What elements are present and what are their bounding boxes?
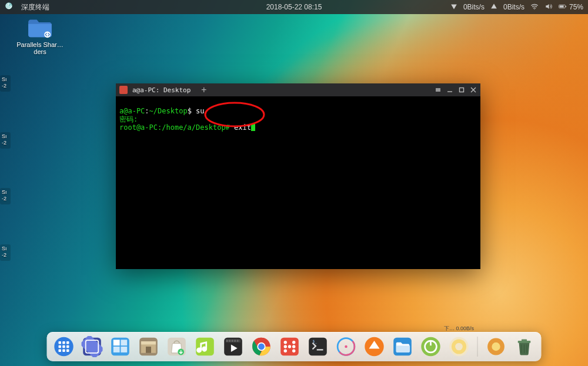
term-prompt-user: a@a-PC [119, 107, 145, 115]
svg-rect-22 [113, 347, 120, 352]
svg-point-57 [421, 337, 440, 356]
svg-rect-66 [522, 339, 527, 341]
svg-rect-13 [66, 345, 69, 348]
net-up-label: 0Bits/s [503, 3, 524, 11]
svg-rect-36 [234, 340, 236, 342]
dock-store[interactable] [138, 335, 160, 358]
edge-widget: Sı -2 [0, 132, 11, 149]
svg-rect-9 [62, 341, 65, 344]
svg-rect-11 [59, 345, 62, 348]
edge-widget: Sı -2 [0, 244, 11, 261]
svg-rect-37 [237, 340, 239, 342]
svg-rect-23 [121, 347, 127, 352]
svg-rect-59 [430, 340, 432, 345]
dock-dice[interactable] [279, 335, 301, 358]
svg-point-45 [284, 350, 287, 352]
dock: $_ 下… 0.00B/s [47, 332, 542, 361]
desktop-icon-label: Parallels Shar…ders [16, 41, 64, 55]
svg-rect-20 [113, 340, 120, 345]
svg-point-64 [492, 343, 500, 351]
dock-music[interactable] [194, 335, 216, 358]
dock-chrome[interactable] [250, 335, 273, 358]
svg-rect-35 [232, 340, 233, 342]
clock[interactable]: 2018-05-22 08:15 [266, 3, 322, 11]
net-up-indicator [490, 3, 497, 12]
term-password-prompt: 密码: [119, 115, 138, 123]
svg-rect-8 [59, 341, 62, 344]
maximize-button[interactable] [458, 86, 465, 93]
svg-rect-2 [566, 5, 566, 6]
svg-rect-33 [226, 340, 228, 342]
terminal-body[interactable]: a@a-PC:~/Desktop$ su 密码: root@a-PC:/home… [116, 96, 480, 269]
svg-point-54 [345, 345, 348, 348]
window-menu-button[interactable] [435, 86, 442, 93]
svg-point-44 [292, 341, 295, 344]
svg-rect-21 [121, 340, 127, 345]
svg-rect-34 [229, 340, 230, 342]
svg-rect-26 [141, 341, 156, 344]
svg-rect-5 [460, 88, 464, 92]
dock-terminal[interactable]: $_ [307, 335, 329, 358]
dock-file-manager[interactable] [81, 335, 103, 358]
svg-text:$_: $_ [313, 339, 318, 344]
net-down-label: 0Bits/s [463, 3, 485, 11]
top-panel: 深度终端 2018-05-22 08:15 0Bits/s 0Bits/s 75… [0, 0, 588, 14]
svg-point-0 [5, 2, 12, 9]
svg-point-49 [292, 345, 295, 348]
dock-tooltip: 下… 0.00B/s [444, 325, 474, 333]
term-root-prompt: root@a-PC:/home/a/Desktop# [119, 123, 230, 132]
net-down-indicator [450, 3, 457, 12]
battery-icon[interactable] [559, 2, 567, 12]
svg-rect-3 [560, 5, 564, 7]
active-app-title: 深度终端 [21, 2, 49, 12]
svg-rect-14 [59, 350, 62, 352]
new-tab-button[interactable]: + [201, 86, 206, 95]
term-cmd-exit: exit [234, 123, 251, 132]
volume-icon[interactable] [544, 2, 553, 12]
svg-point-41 [258, 344, 265, 350]
edge-widget: Sı -2 [0, 188, 11, 204]
svg-point-62 [455, 343, 463, 351]
svg-point-48 [284, 345, 287, 348]
dock-workspaces[interactable] [109, 335, 132, 358]
term-cmd-su: su [196, 107, 204, 115]
term-dollar: $ [188, 107, 192, 115]
terminal-tab-title[interactable]: a@a-PC: Desktop [132, 86, 191, 94]
network-icon[interactable] [530, 2, 539, 12]
dock-ring[interactable] [335, 335, 358, 358]
dock-power[interactable] [420, 335, 442, 358]
terminal-app-icon [119, 86, 128, 94]
svg-point-43 [284, 341, 287, 344]
dock-unknown[interactable] [485, 335, 507, 358]
svg-rect-12 [62, 345, 65, 348]
dock-separator [477, 337, 478, 357]
svg-rect-15 [62, 350, 65, 352]
desktop-icon-parallels-shared[interactable]: Parallels Shar…ders [16, 18, 64, 55]
dock-system[interactable]: 下… 0.00B/s [448, 335, 470, 358]
svg-rect-27 [146, 347, 151, 353]
distro-logo-icon[interactable] [5, 2, 15, 12]
close-button[interactable] [470, 86, 477, 93]
term-path: ~/Desktop [149, 107, 188, 115]
battery-label: 75% [569, 3, 583, 11]
svg-point-46 [292, 350, 295, 352]
dock-updater[interactable] [363, 335, 386, 358]
svg-point-47 [288, 345, 291, 348]
svg-rect-10 [66, 341, 69, 344]
edge-widget: Sı -2 [0, 75, 11, 92]
terminal-cursor [251, 124, 255, 131]
dock-launcher[interactable] [53, 335, 75, 358]
term-sep: : [145, 107, 149, 115]
terminal-window[interactable]: a@a-PC: Desktop + a@a-PC:~/Desktop$ su 密… [116, 83, 480, 269]
dock-folder[interactable] [392, 335, 414, 358]
folder-icon [26, 18, 54, 39]
minimize-button[interactable] [446, 86, 453, 93]
dock-package[interactable] [166, 335, 188, 358]
terminal-titlebar[interactable]: a@a-PC: Desktop + [116, 83, 480, 96]
dock-trash[interactable] [513, 335, 536, 358]
svg-rect-16 [66, 350, 69, 352]
dock-player[interactable] [222, 335, 245, 358]
svg-rect-50 [309, 338, 327, 356]
